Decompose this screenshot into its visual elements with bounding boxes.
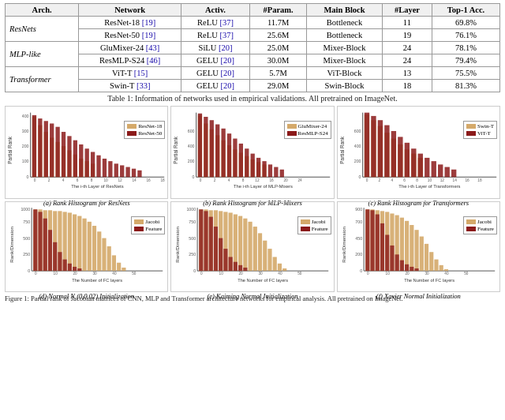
svg-rect-174 [68, 264, 72, 271]
legend-jacobi-f: Jacobi [477, 219, 492, 225]
mainblock-swinblock: Swin-Block [307, 80, 383, 92]
chart-e-caption: (e) Kaiming Normal Initialization [173, 292, 331, 300]
svg-rect-208 [278, 264, 282, 271]
ref-link[interactable]: [43] [146, 43, 160, 52]
svg-rect-246 [419, 237, 423, 272]
svg-rect-82 [227, 133, 231, 177]
svg-rect-86 [251, 154, 255, 178]
ref-link[interactable]: [33] [137, 81, 151, 90]
svg-text:4: 4 [228, 178, 230, 182]
legend-feature-f: Feature [477, 226, 494, 232]
svg-rect-38 [79, 144, 83, 177]
svg-text:50: 50 [464, 272, 469, 276]
svg-text:20: 20 [284, 178, 289, 182]
mainblock-bottleneck2: Bottleneck [307, 29, 383, 42]
svg-rect-119 [364, 113, 368, 178]
ref-link[interactable]: [46] [147, 56, 161, 65]
svg-rect-251 [444, 269, 448, 271]
ref-link[interactable]: [20] [221, 56, 235, 65]
network-resnet50: ResNet-50 [19] [79, 29, 181, 42]
svg-text:14: 14 [132, 178, 137, 182]
svg-text:0: 0 [27, 174, 29, 179]
table-caption: Table 1: Information of networks used in… [5, 94, 500, 103]
svg-rect-48 [137, 171, 141, 177]
acc-69.8: 69.8% [432, 17, 500, 29]
svg-rect-200 [238, 216, 242, 272]
table-row: Transformer ViT-T [15] GELU [20] 5.7M Vi… [6, 67, 500, 80]
svg-text:0: 0 [34, 178, 36, 182]
svg-text:0: 0 [365, 178, 368, 182]
svg-rect-167 [33, 209, 37, 271]
svg-text:750: 750 [189, 219, 196, 224]
chart-e-legend: Jacobi Feature [297, 216, 331, 234]
chart-a-legend: ResNet-18 ResNet-50 [124, 121, 165, 139]
svg-rect-41 [96, 156, 100, 178]
svg-rect-173 [63, 260, 67, 272]
svg-text:200: 200 [354, 159, 361, 163]
layer-24b: 24 [382, 54, 432, 67]
ref-link[interactable]: [37] [219, 31, 234, 39]
activ-relu: ReLU [37] [181, 17, 250, 29]
svg-rect-258 [395, 254, 398, 271]
svg-text:8: 8 [416, 178, 418, 182]
svg-rect-85 [245, 148, 249, 177]
svg-text:400: 400 [188, 144, 195, 148]
svg-text:20: 20 [405, 272, 410, 276]
acc-81.3: 81.3% [432, 80, 500, 92]
ref-link[interactable]: [19] [142, 31, 156, 39]
svg-text:700: 700 [355, 219, 362, 224]
ref-link[interactable]: [20] [221, 69, 235, 77]
svg-text:200: 200 [355, 252, 362, 257]
table-row: ResNets ResNet-18 [19] ReLU [37] 11.7M B… [6, 17, 500, 29]
svg-rect-216 [229, 257, 233, 271]
activ-silu: SiLU [20] [181, 42, 250, 54]
svg-text:0: 0 [367, 272, 369, 276]
svg-rect-248 [429, 252, 433, 271]
svg-text:0: 0 [35, 272, 37, 276]
col-header-layer: #Layer [382, 4, 432, 17]
mainblock-mixer1: Mixer-Block [307, 42, 383, 54]
ref-link[interactable]: [37] [219, 18, 234, 27]
svg-text:750: 750 [23, 219, 30, 224]
svg-text:16: 16 [270, 178, 275, 182]
svg-rect-257 [390, 246, 394, 271]
svg-rect-168 [38, 212, 42, 271]
svg-rect-256 [385, 234, 389, 271]
svg-text:12: 12 [256, 178, 260, 182]
svg-rect-244 [410, 225, 413, 271]
svg-text:8: 8 [242, 178, 245, 182]
svg-text:12: 12 [118, 178, 122, 182]
svg-rect-214 [219, 238, 223, 272]
svg-rect-131 [444, 167, 449, 178]
svg-rect-205 [263, 241, 267, 271]
svg-text:0: 0 [193, 174, 195, 179]
ref-link[interactable]: [20] [219, 43, 233, 52]
svg-rect-209 [282, 268, 286, 271]
svg-text:Rank/Dimension: Rank/Dimension [341, 227, 346, 263]
svg-text:6: 6 [77, 178, 79, 182]
ref-link[interactable]: [19] [142, 18, 156, 27]
svg-text:8: 8 [91, 178, 93, 182]
svg-rect-262 [414, 268, 418, 271]
svg-text:100: 100 [22, 159, 29, 163]
svg-rect-46 [125, 167, 129, 178]
svg-text:18: 18 [477, 178, 482, 182]
legend-vit: ViT-T [477, 130, 491, 137]
svg-text:900: 900 [355, 207, 362, 212]
ref-link[interactable]: [15] [134, 69, 148, 77]
svg-rect-203 [253, 227, 257, 271]
table-wrapper: Arch. Network Activ. #Param. Main Block … [5, 3, 500, 103]
ref-link[interactable]: [20] [221, 81, 235, 90]
svg-text:16: 16 [146, 178, 151, 182]
param-30.0m: 30.0M [249, 54, 306, 67]
svg-rect-163 [107, 246, 111, 271]
table-row: ResNet-50 [19] ReLU [37] 25.6M Bottlenec… [6, 29, 500, 42]
svg-rect-218 [238, 265, 242, 271]
svg-text:The Number of FC layers: The Number of FC layers [72, 278, 122, 283]
chart-f-container: Jacobi Feature Rank/Dimension 0 200 450 … [337, 201, 500, 292]
svg-rect-253 [370, 210, 374, 271]
layer-11: 11 [382, 17, 432, 29]
svg-text:0: 0 [360, 268, 362, 273]
chart-d-legend: Jacobi Feature [131, 216, 165, 234]
svg-text:0: 0 [358, 174, 361, 179]
